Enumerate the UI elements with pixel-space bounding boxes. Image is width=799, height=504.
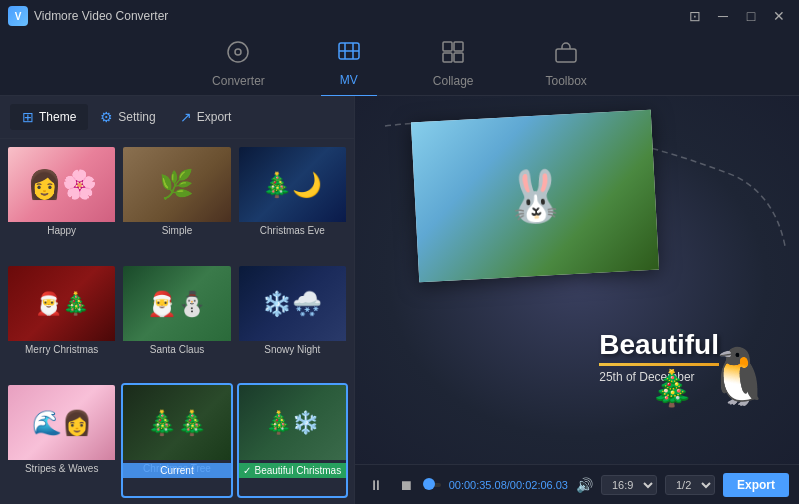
theme-christmas-eve-label: Christmas Eve	[239, 222, 346, 239]
page-select[interactable]: 1/2 2/2	[665, 475, 715, 495]
theme-simple[interactable]: 🌿 Simple	[121, 145, 232, 260]
sub-nav: ⊞ Theme ⚙ Setting ↗ Export	[0, 96, 354, 139]
theme-merry-christmas-img: 🎅🎄	[8, 266, 115, 341]
theme-happy[interactable]: 👩🌸 Happy	[6, 145, 117, 260]
volume-icon[interactable]: 🔊	[576, 477, 593, 493]
nav-tabs: Converter MV Collage Toolb	[0, 32, 799, 96]
theme-stripes-waves-label: Stripes & Waves	[8, 460, 115, 477]
svg-point-0	[228, 42, 248, 62]
app-title: Vidmore Video Converter	[34, 9, 168, 23]
theme-christmas-tree[interactable]: 🎄🎄 Current Christmas Tree	[121, 383, 232, 498]
svg-point-1	[235, 49, 241, 55]
export-button[interactable]: Export	[723, 473, 789, 497]
minimize-btn[interactable]: ─	[711, 6, 735, 26]
title-underline	[599, 363, 719, 366]
theme-happy-img: 👩🌸	[8, 147, 115, 222]
subnav-export-label: Export	[197, 110, 232, 124]
tab-collage[interactable]: Collage	[417, 32, 490, 96]
theme-stripes-waves-img: 🌊👩	[8, 385, 115, 460]
tab-toolbox[interactable]: Toolbox	[530, 32, 603, 96]
photo-frame: 🐰	[411, 110, 659, 282]
tab-toolbox-label: Toolbox	[546, 74, 587, 88]
titlebar: V Vidmore Video Converter ⊡ ─ □ ✕	[0, 0, 799, 32]
beautiful-title: Beautiful	[599, 329, 719, 361]
mv-icon	[337, 39, 361, 69]
selected-badge: ✓ Beautiful Christmas	[239, 463, 346, 478]
converter-icon	[226, 40, 250, 70]
progress-bar[interactable]	[425, 483, 441, 487]
tab-converter[interactable]: Converter	[196, 32, 281, 96]
theme-merry-christmas[interactable]: 🎅🎄 Merry Christmas	[6, 264, 117, 379]
theme-grid: 👩🌸 Happy 🌿 Simple 🎄🌙 Christmas Eve	[0, 139, 354, 504]
subnav-setting-label: Setting	[118, 110, 155, 124]
theme-snowy-night-img: ❄️🌨️	[239, 266, 346, 341]
subnav-setting[interactable]: ⚙ Setting	[88, 104, 167, 130]
theme-snowy-night[interactable]: ❄️🌨️ Snowy Night	[237, 264, 348, 379]
svg-rect-5	[443, 53, 452, 62]
close-btn[interactable]: ✕	[767, 6, 791, 26]
svg-rect-4	[454, 42, 463, 51]
tab-converter-label: Converter	[212, 74, 265, 88]
app-logo: V	[8, 6, 28, 26]
progress-thumb	[423, 478, 435, 490]
menu-btn[interactable]: ⊡	[683, 6, 707, 26]
setting-icon: ⚙	[100, 109, 113, 125]
preview-area: 🐰 Beautiful 25th of December 🐧 🎄	[355, 96, 799, 464]
time-display: 00:00:35.08/00:02:06.03	[449, 479, 568, 491]
left-panel: ⊞ Theme ⚙ Setting ↗ Export 👩🌸 Happy	[0, 96, 355, 504]
svg-rect-7	[556, 49, 576, 62]
main-content: ⊞ Theme ⚙ Setting ↗ Export 👩🌸 Happy	[0, 96, 799, 504]
tree-decoration: 🎄	[650, 368, 694, 409]
beautiful-christmas-label: Beautiful Christmas	[254, 465, 341, 476]
theme-santa-claus-label: Santa Claus	[123, 341, 230, 358]
export-icon: ↗	[180, 109, 192, 125]
theme-happy-label: Happy	[8, 222, 115, 239]
photo-frame-inner: 🐰	[411, 110, 659, 282]
tab-mv-label: MV	[340, 73, 358, 87]
ratio-select[interactable]: 16:9 4:3 1:1	[601, 475, 657, 495]
maximize-btn[interactable]: □	[739, 6, 763, 26]
svg-rect-3	[443, 42, 452, 51]
theme-simple-label: Simple	[123, 222, 230, 239]
subnav-theme-label: Theme	[39, 110, 76, 124]
subnav-export[interactable]: ↗ Export	[168, 104, 244, 130]
theme-christmas-eve[interactable]: 🎄🌙 Christmas Eve	[237, 145, 348, 260]
titlebar-left: V Vidmore Video Converter	[8, 6, 168, 26]
tab-collage-label: Collage	[433, 74, 474, 88]
penguin-character: 🐧	[705, 344, 774, 409]
time-total: 00:02:06.03	[510, 479, 568, 491]
time-current: 00:00:35.08	[449, 479, 507, 491]
theme-snowy-night-label: Snowy Night	[239, 341, 346, 358]
subnav-theme[interactable]: ⊞ Theme	[10, 104, 88, 130]
svg-rect-6	[454, 53, 463, 62]
theme-santa-claus[interactable]: 🎅⛄ Santa Claus	[121, 264, 232, 379]
collage-icon	[441, 40, 465, 70]
theme-stripes-waves[interactable]: 🌊👩 Stripes & Waves	[6, 383, 117, 498]
theme-beautiful-christmas[interactable]: 🎄❄️ ✓ Beautiful Christmas x	[237, 383, 348, 498]
tab-mv[interactable]: MV	[321, 31, 377, 97]
theme-christmas-tree-img: 🎄🎄	[123, 385, 230, 460]
playback-controls: ⏸ ⏹ 00:00:35.08/00:02:06.03 🔊 16:9 4:3 1…	[355, 464, 799, 504]
window-controls: ⊡ ─ □ ✕	[683, 6, 791, 26]
theme-simple-img: 🌿	[123, 147, 230, 222]
toolbox-icon	[554, 40, 578, 70]
theme-santa-claus-img: 🎅⛄	[123, 266, 230, 341]
theme-beautiful-christmas-img: 🎄❄️	[239, 385, 346, 460]
theme-merry-christmas-label: Merry Christmas	[8, 341, 115, 358]
theme-icon: ⊞	[22, 109, 34, 125]
current-badge: Current	[123, 463, 230, 478]
pause-btn[interactable]: ⏸	[365, 473, 387, 497]
stop-btn[interactable]: ⏹	[395, 473, 417, 497]
theme-christmas-eve-img: 🎄🌙	[239, 147, 346, 222]
right-panel: 🐰 Beautiful 25th of December 🐧 🎄 ⏸ ⏹	[355, 96, 799, 504]
